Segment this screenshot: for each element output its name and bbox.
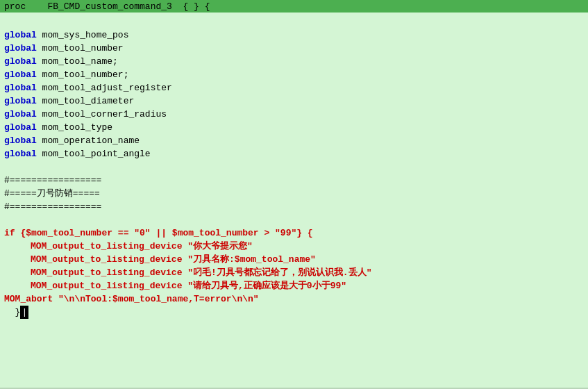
cursor: | [20,306,28,319]
line-global-9: global mom_operation_name [0,134,588,147]
line-global-4: global mom_tool_number; [0,68,588,81]
output-line-1: MOM_output_to_listing_device "你大爷提示您" [0,240,588,253]
line-global-7: global mom_tool_corner1_radius [0,108,588,121]
line-global-6: global mom_tool_diameter [0,94,588,108]
output-line-2: MOM_output_to_listing_device "刀具名称:$mom_… [0,253,588,266]
line-global-2: global mom_tool_number [0,42,588,55]
output-line-4: MOM_output_to_listing_device "请给刀具号,正确应该… [0,279,588,292]
output-line-3: MOM_output_to_listing_device "叼毛!刀具号都忘记给… [0,266,588,279]
line-global-10: global mom_tool_point_angle [0,147,588,160]
comment-line-1: #================= [0,174,588,187]
line-blank-2 [0,160,588,174]
comment-line-3: #================= [0,200,588,213]
abort-line: MOM_abort "\n\nTool:$mom_tool_name,T=err… [0,292,588,306]
top-bar: proc FB_CMD_custom_command_3 { } { [0,0,588,13]
top-bar-text: proc FB_CMD_custom_command_3 { } { [4,1,210,12]
line-global-8: global mom_tool_type [0,121,588,134]
line-blank-3 [0,213,588,226]
close-brace-line: }| [0,306,588,319]
editor-container: global mom_sys_home_pos global mom_tool_… [0,13,588,388]
if-line: if {$mom_tool_number == "0" || $mom_tool… [0,226,588,240]
line-global-5: global mom_tool_adjust_register [0,81,588,94]
line-global-1: global mom_sys_home_pos [0,28,588,42]
comment-line-2: #=====刀号防销===== [0,187,588,200]
line-blank-1 [0,15,588,28]
line-global-3: global mom_tool_name; [0,55,588,68]
